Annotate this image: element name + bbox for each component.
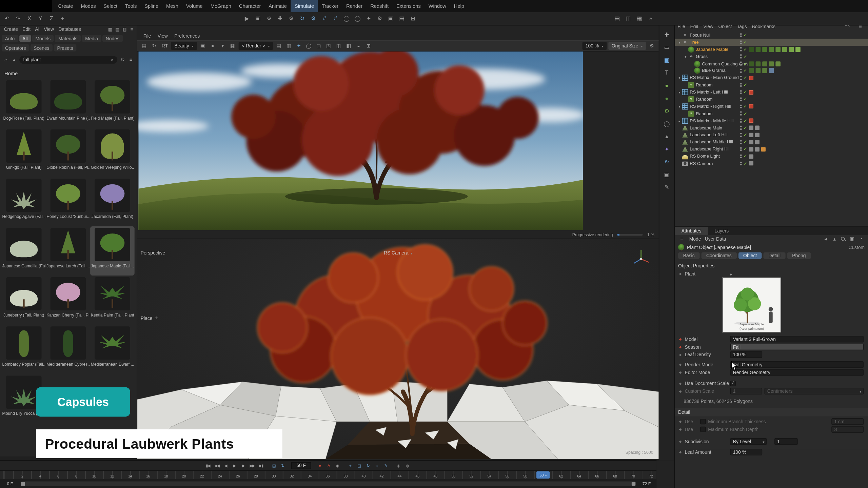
columns-view-icon[interactable]: ▥ [121,26,128,33]
tag-icon[interactable] [749,140,753,144]
range-track[interactable] [21,481,635,486]
visibility-dots[interactable] [740,154,742,158]
visibility-dots[interactable] [740,111,742,116]
object-row[interactable]: Landscape Main [675,124,868,131]
tag-icon[interactable] [749,147,753,151]
quantize-button[interactable]: # [331,13,340,24]
render-region-dropdown[interactable]: < Render >▾ [238,42,273,50]
asset-item[interactable]: Mediterranean Cypres... [46,325,91,374]
asset-item[interactable]: Honey Locust 'Sunbur... [46,177,91,226]
search-input[interactable]: fall plant × [19,56,117,64]
param-value[interactable]: 1 [730,388,762,394]
param-unit-dropdown[interactable]: Centimeters [765,388,864,394]
param-value[interactable]: 100 % [730,448,762,455]
menu-help[interactable]: Help [450,0,468,12]
asset-menu-databases[interactable]: Databases [56,26,83,32]
menu-tracker[interactable]: Tracker [318,0,342,12]
object-row[interactable]: Random [675,81,868,88]
camera-label[interactable]: RS Camera [384,250,412,256]
render-settings-button[interactable]: ⚙ [264,13,274,24]
filter-tab-media[interactable]: Media [82,35,101,42]
move-tool-icon[interactable]: ✚ [662,30,671,39]
redshift-tag-icon[interactable] [749,90,753,94]
asset-menu-ai[interactable]: AI [33,26,42,32]
expand-toggle[interactable]: ▾ [677,76,682,80]
visibility-dots[interactable] [740,40,742,44]
undo-icon[interactable]: ↶ [2,13,12,24]
param-dropdown[interactable]: Full Geometry [730,361,863,368]
tab-attributes[interactable]: Attributes [675,227,708,235]
key-position-toggle[interactable]: ⌖ [346,462,354,470]
tab-layers[interactable]: Layers [708,227,735,235]
viewport-menu-file[interactable]: File [141,33,154,40]
compare-ball-icon[interactable]: ● [209,42,217,50]
sphere-b-button[interactable]: ◯ [353,13,362,24]
visibility-dots[interactable] [740,69,742,73]
tag-icon[interactable] [755,147,759,151]
asset-item[interactable]: Kentia Palm (Fall, Plant) [90,276,135,325]
tag-icon[interactable] [755,126,759,130]
zoom-dropdown[interactable]: 100 %▾ [582,42,607,50]
reload-icon[interactable]: ↻ [150,42,158,50]
asset-menu-view[interactable]: View [42,26,56,32]
enabled-check[interactable] [744,83,747,88]
menu-animate[interactable]: Animate [265,0,291,12]
material-chip[interactable] [762,47,767,52]
menu-extensions[interactable]: Extensions [392,0,425,12]
visibility-dots[interactable] [740,90,742,94]
up-icon[interactable]: ▴ [11,56,18,63]
object-row[interactable]: RS Camera [675,160,868,167]
layout-single-icon[interactable]: ▤ [612,13,622,24]
visibility-dots[interactable] [740,83,742,87]
asset-item[interactable]: Golden Weeping Willo... [90,128,135,177]
material-chip[interactable] [755,68,761,73]
asset-item[interactable]: Japanese Camellia (Fal... [2,226,46,276]
key-diamond[interactable]: ◆ [678,352,683,356]
panel-burger-icon[interactable]: ≡ [678,236,685,243]
menu-mograph[interactable]: MoGraph [206,0,235,12]
mode-label[interactable]: Mode [689,236,701,242]
use-checkbox[interactable] [700,419,706,424]
menu-modes[interactable]: Modes [77,0,100,12]
menu-select[interactable]: Select [100,0,121,12]
asset-item[interactable]: Jacaranda (Fall, Plant) [90,177,135,226]
field-tool-icon[interactable]: ✦ [662,144,671,153]
spline-tool-icon[interactable]: ▲ [662,132,671,141]
visibility-dots[interactable] [740,104,742,108]
tag-icon[interactable] [749,126,753,130]
modeling-settings-button[interactable]: ⚙ [286,13,296,24]
asset-item[interactable]: Japanese Maple (Fall, ... [90,226,135,276]
enabled-check[interactable] [744,118,747,123]
grid-icon[interactable]: ▦ [229,42,237,50]
camera-tool-icon[interactable]: ▣ [662,170,671,179]
object-row[interactable]: Blue Grama [675,67,868,74]
asset-item[interactable]: Dog-Rose (Fall, Plant) [2,79,46,128]
simulation-settings-button[interactable]: ⚙ [308,13,318,24]
asset-item[interactable]: Field Maple (Fall, Plant) [90,79,135,128]
visibility-dots[interactable] [740,55,742,59]
list-view-icon[interactable]: ▤ [114,26,121,33]
asset-menu-edit[interactable]: Edit [20,26,33,32]
param-value[interactable]: 1 cm [831,418,864,425]
rotate-view-icon[interactable]: ↻ [662,157,671,166]
render-picture-viewer-button[interactable]: ▣ [253,13,263,24]
grid-view-icon[interactable]: ▦ [107,26,114,33]
refresh-icon[interactable]: ↻ [119,56,126,63]
lock-icon[interactable]: ▣ [849,236,856,243]
history-clock-icon[interactable]: ◔ [646,13,655,24]
grid-snap-button[interactable]: # [319,13,329,24]
asset-item[interactable]: Juneberry (Fall, Plant) [2,276,46,325]
render-visibility-button[interactable]: ◍ [403,462,411,470]
enabled-check[interactable] [744,68,747,73]
enabled-check[interactable] [744,75,747,80]
redshift-tag-icon[interactable] [749,104,753,108]
history-icon[interactable]: ◔ [857,236,865,243]
filter-tab-auto[interactable]: Auto [2,35,18,42]
enabled-check[interactable] [744,61,747,66]
object-row[interactable]: ▾Tree [675,39,868,46]
menu-mesh[interactable]: Mesh [162,0,182,12]
axis-y-button[interactable]: Y [35,13,45,24]
enabled-check[interactable] [744,90,747,95]
param-dropdown[interactable]: By Level [730,438,767,445]
clear-search-icon[interactable]: × [111,57,114,62]
